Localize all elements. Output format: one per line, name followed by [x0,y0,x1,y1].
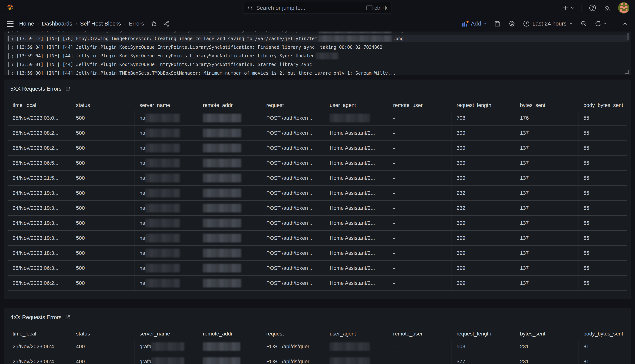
column-header-bytes_sent[interactable]: bytes_sent [515,100,578,110]
cell-user_agent: Home Assistant/2... [325,156,388,170]
column-header-remote_addr[interactable]: remote_addr [198,100,262,110]
cell-status: 500 [71,260,134,276]
table-row: 25/Nov/2023:08:2...500haPOST /auth/token… [8,140,627,156]
grafana-logo[interactable] [6,4,14,12]
column-header-time_local[interactable]: time_local [8,100,71,110]
cell-server_name: ha [134,170,198,186]
save-icon [494,20,501,27]
new-button[interactable] [562,4,574,11]
cell-time_local: 24/Nov/2023:19:3... [8,186,71,200]
column-header-body_bytes_sent[interactable]: body_bytes_sent [578,100,630,110]
news-button[interactable] [604,4,611,12]
log-expand-icon[interactable]: ❯ [11,32,14,32]
cell-bytes_sent: 137 [515,126,578,140]
cell-user_agent: Home Assistant/2... [325,230,388,246]
cell-bytes_sent: 137 [515,156,578,170]
cell-time_local: 25/Nov/2023:06:2... [8,276,71,290]
time-range-picker[interactable]: Last 24 hours [523,20,573,27]
breadcrumb-separator: › [37,21,39,27]
log-expand-icon[interactable]: ❯ [11,54,14,58]
column-header-remote_user[interactable]: remote_user [388,100,452,110]
panel-title[interactable]: 5XX Requests Errors [10,86,61,92]
column-header-server_name[interactable]: server_name [134,100,198,110]
breadcrumb-item-self-host-blocks[interactable]: Self Host Blocks [80,20,121,27]
breadcrumb-item-errors: Errors [129,20,144,27]
column-header-request[interactable]: request [262,100,325,110]
cell-request_length: 399 [452,170,515,186]
cell-time_local: 24/Nov/2023:19:3... [8,230,71,246]
column-header-user_agent[interactable]: user_agent [325,328,388,339]
cell-bytes_sent: 137 [515,200,578,216]
search-input[interactable]: Search or jump to... ctrl+k [244,2,392,14]
column-header-time_local[interactable]: time_local [8,328,71,339]
log-line[interactable]: ❯[13:59:12] [INF] [70] Emby.Drawing.Imag… [7,35,628,42]
cell-status: 500 [71,140,134,155]
redacted-value [145,114,180,122]
cell-user_agent: Home Assistant/2... [325,260,388,276]
top-nav: Search or jump to... ctrl+k [0,0,635,16]
log-line-text: .png [393,32,404,33]
log-line-text: .png [393,36,404,41]
cell-server_name: ha [134,246,198,260]
avatar[interactable] [618,2,629,14]
refresh-button[interactable] [595,20,607,27]
log-line[interactable]: ❯[13:59:01] [INF] [44] Jellyfin.Plugin.K… [7,61,628,68]
cell-remote_addr [198,170,262,186]
column-header-server_name[interactable]: server_name [134,328,198,339]
cell-request_length: 232 [452,200,515,216]
log-line[interactable]: ❯[13:59:04] [INF] [44] Jellyfin.Plugin.K… [7,52,628,60]
column-header-user_agent[interactable]: user_agent [325,100,388,110]
cell-body_bytes_sent: 81 [578,339,630,354]
log-line-clipped[interactable]: ❯[13:59:14] [INF] [70] Emby.Drawing.Imag… [7,32,628,34]
cell-request_length: 399 [452,140,515,155]
cell-user_agent: Home Assistant/2... [325,216,388,230]
cell-remote_addr [198,126,262,140]
column-header-status[interactable]: status [71,328,134,339]
column-header-request[interactable]: request [262,328,325,339]
column-header-request_length[interactable]: request_length [452,100,515,110]
column-header-remote_addr[interactable]: remote_addr [198,328,262,339]
log-line-clipped[interactable]: ❯[13:59:00] [INF] [44] Jellyfin.Plugin.T… [7,70,628,75]
log-expand-icon[interactable]: ❯ [11,62,14,67]
cell-request_length: 399 [452,260,515,276]
table-4xx: time_localstatusserver_nameremote_addrre… [5,328,630,364]
external-link-icon[interactable] [65,86,70,92]
log-line[interactable]: ❯[13:59:04] [INF] [44] Jellyfin.Plugin.K… [7,44,628,51]
cell-request: POST /auth/token ... [262,276,325,290]
log-expand-icon[interactable]: ❯ [11,36,14,41]
panel-resize-handle[interactable] [625,70,629,74]
column-header-request_length[interactable]: request_length [452,328,515,339]
cell-request: POST /api/ds/quer... [262,354,325,364]
cell-status: 500 [71,216,134,230]
zoom-out-button[interactable] [580,20,587,27]
dashboard-settings-button[interactable] [508,20,516,27]
add-panel-button[interactable]: Add [462,20,486,27]
cell-remote_user: - [388,246,452,260]
external-link-icon[interactable] [65,315,70,320]
column-header-remote_user[interactable]: remote_user [388,328,452,339]
share-button[interactable] [163,20,170,27]
column-header-bytes_sent[interactable]: bytes_sent [515,328,578,339]
column-header-status[interactable]: status [71,100,134,110]
log-line-text: [13:59:01] [INF] [44] Jellyfin.Plugin.Ko… [16,62,312,67]
log-expand-icon[interactable]: ❯ [11,45,14,50]
cell-request_length: 399 [452,156,515,170]
redacted-value [152,357,184,364]
help-button[interactable] [589,4,596,12]
save-dashboard-button[interactable] [494,20,501,27]
cell-body_bytes_sent: 55 [578,216,630,230]
cell-request: POST /auth/token ... [262,140,325,155]
dashboard-toolbar: Home›Dashboards›Self Host Blocks›Errors … [0,16,635,32]
redacted-value [203,357,240,364]
breadcrumb-item-home[interactable]: Home [19,20,34,27]
log-expand-icon[interactable]: ❯ [11,71,14,75]
collapse-toolbar-button[interactable] [622,20,628,27]
column-header-body_bytes_sent[interactable]: body_bytes_sent [578,328,630,339]
cell-status: 500 [71,126,134,140]
breadcrumb-item-dashboards[interactable]: Dashboards [42,20,72,27]
favorite-button[interactable] [150,20,157,27]
menu-icon[interactable] [7,21,14,27]
log-scrollbar-thumb[interactable] [627,33,629,40]
cell-remote_addr [198,140,262,155]
panel-title[interactable]: 4XX Requests Errors [10,314,61,320]
